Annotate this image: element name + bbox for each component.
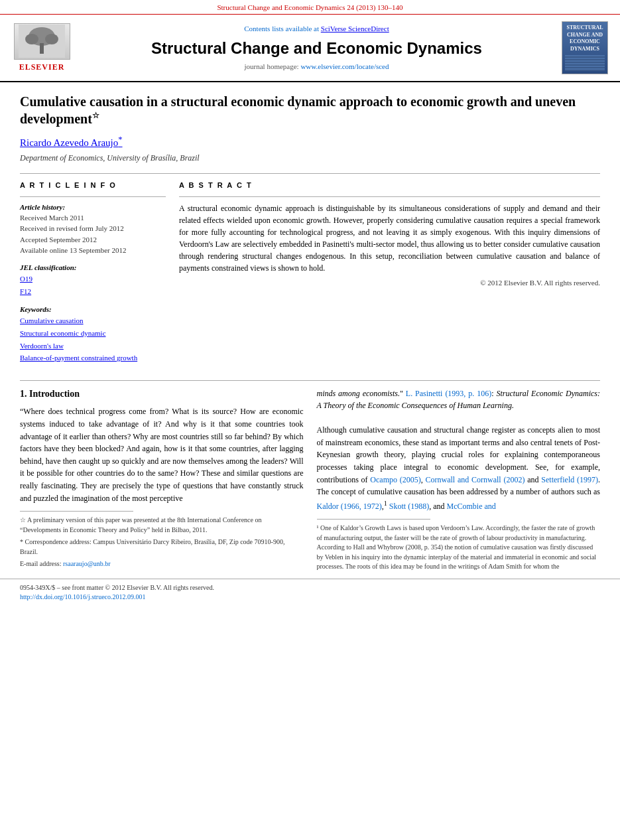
bottom-doi: http://dx.doi.org/10.1016/j.strueco.2012… — [20, 593, 600, 602]
keywords-title: Keywords: — [20, 305, 166, 315]
title-star: ☆ — [92, 111, 99, 121]
history-group: Article history: Received March 2011 Rec… — [20, 202, 166, 256]
footnote-star: ☆ A preliminary version of this paper wa… — [20, 516, 304, 535]
body-left-col: 1. Introduction “Where does technical pr… — [20, 387, 304, 572]
jel-f12[interactable]: F12 — [20, 287, 31, 295]
thumb-title: STRUCTURALCHANGE ANDECONOMICDYNAMICS — [566, 25, 603, 52]
jel-title: JEL classification: — [20, 263, 166, 273]
info-abstract-row: A R T I C L E I N F O Article history: R… — [20, 180, 600, 371]
author-affiliation: Department of Economics, University of B… — [20, 153, 600, 164]
info-divider — [20, 196, 166, 197]
section-number: 1. — [20, 389, 27, 399]
abstract-text: A structural economic dynamic approach i… — [179, 202, 600, 274]
main-body: 1. Introduction “Where does technical pr… — [20, 387, 600, 572]
intro-heading: 1. Introduction — [20, 387, 304, 401]
abstract-col: A B S T R A C T A structural economic dy… — [179, 180, 600, 371]
keywords-list: Cumulative causation Structural economic… — [20, 315, 166, 364]
footnote-email: E-mail address: rsaaraujo@unb.br — [20, 559, 304, 569]
header-center: Contents lists available at SciVerse Sci… — [78, 24, 555, 72]
keywords-group: Keywords: Cumulative causation Structura… — [20, 305, 166, 364]
journal-title: Structural Change and Economic Dynamics — [78, 37, 555, 60]
journal-thumbnail: STRUCTURALCHANGE ANDECONOMICDYNAMICS — [562, 21, 608, 74]
available-date: Available online 13 September 2012 — [20, 245, 166, 256]
right-para1: Although cumulative causation and struct… — [317, 424, 601, 512]
body-divider — [20, 380, 600, 381]
kw-2[interactable]: Structural economic dynamic — [20, 329, 106, 337]
abstract-copyright: © 2012 Elsevier B.V. All rights reserved… — [179, 278, 600, 288]
sciverse-link[interactable]: SciVerse ScienceDirect — [321, 25, 389, 33]
author-name: Ricardo Azevedo Araujo* — [20, 134, 600, 150]
kw-3[interactable]: Verdoorn's law — [20, 342, 64, 350]
skott-ref[interactable]: Skott (1988) — [389, 502, 429, 511]
footnotes-area: ☆ A preliminary version of this paper wa… — [20, 516, 304, 569]
bottom-issn: 0954-349X/$ – see front matter © 2012 El… — [20, 583, 600, 593]
pasinetti-ref[interactable]: L. Pasinetti (1993, p. 106) — [406, 389, 491, 398]
ocampo-ref[interactable]: Ocampo (2005) — [370, 475, 420, 484]
elsevier-logo-block: ELSEVIER — [12, 23, 72, 73]
author-star: * — [118, 135, 122, 144]
kw-1[interactable]: Cumulative causation — [20, 316, 84, 324]
author-text: Ricardo Azevedo Araujo — [20, 137, 118, 148]
article-title: Cumulative causation in a structural eco… — [20, 93, 600, 127]
bottom-bar: 0954-349X/$ – see front matter © 2012 El… — [0, 579, 620, 606]
footnote-divider — [20, 511, 133, 512]
right-footnote-area: ¹ One of Kaldor’s Growth Laws is based u… — [317, 524, 601, 572]
cornwall-ref[interactable]: Cornwall and Cornwall (2002) — [426, 475, 525, 484]
fn1-text: ¹ One of Kaldor’s Growth Laws is based u… — [317, 524, 601, 572]
svg-point-3 — [25, 34, 38, 44]
title-text: Cumulative causation in a structural eco… — [20, 94, 576, 126]
author-link[interactable]: Ricardo Azevedo Araujo* — [20, 137, 123, 148]
citation-text: Structural Change and Economic Dynamics … — [217, 3, 403, 11]
intro-quote: “Where does technical progress come from… — [20, 405, 304, 504]
header-divider — [20, 173, 600, 174]
svg-rect-2 — [40, 43, 44, 54]
section-title-text: Introduction — [29, 389, 80, 399]
content-area: Cumulative causation in a structural eco… — [0, 82, 620, 572]
kw-4[interactable]: Balance-of-payment constrained growth — [20, 354, 137, 362]
elsevier-tree-logo — [14, 23, 70, 60]
elsevier-label: ELSEVIER — [19, 62, 65, 73]
right-footnote-divider — [317, 519, 430, 520]
email-label: E-mail address: — [20, 560, 61, 567]
email-link[interactable]: rsaaraujo@unb.br — [63, 560, 111, 567]
svg-point-4 — [45, 34, 58, 44]
article-info-col: A R T I C L E I N F O Article history: R… — [20, 180, 166, 371]
abstract-label: A B S T R A C T — [179, 180, 600, 190]
sciverse-text: Contents lists available at SciVerse Sci… — [78, 24, 555, 34]
journal-homepage: journal homepage: www.elsevier.com/locat… — [78, 62, 555, 72]
received-date: Received March 2011 — [20, 212, 166, 224]
jel-o19[interactable]: O19 — [20, 275, 32, 283]
setterfield-ref[interactable]: Setterfield (1997) — [541, 475, 598, 484]
kaldor-ref[interactable]: Kaldor (1966, 1972) — [317, 502, 382, 511]
abstract-divider — [179, 196, 600, 197]
citation-bar: Structural Change and Economic Dynamics … — [0, 0, 620, 15]
jel-group: JEL classification: O19 F12 — [20, 263, 166, 298]
mccombie-ref[interactable]: McCombie and — [447, 502, 496, 511]
doi-link[interactable]: http://dx.doi.org/10.1016/j.strueco.2012… — [20, 593, 146, 600]
revised-date: Received in revised form July 2012 — [20, 223, 166, 234]
body-right-col: minds among economists." L. Pasinetti (1… — [317, 387, 601, 572]
accepted-date: Accepted September 2012 — [20, 234, 166, 245]
and-text: and — [527, 475, 538, 484]
journal-header: ELSEVIER Contents lists available at Sci… — [0, 15, 620, 82]
homepage-url[interactable]: www.elsevier.com/locate/sced — [300, 62, 389, 70]
jel-codes: O19 F12 — [20, 273, 166, 297]
homepage-label: journal homepage: — [245, 62, 299, 70]
article-info-label: A R T I C L E I N F O — [20, 180, 166, 190]
footnote-corr: * Correspondence address: Campus Univers… — [20, 537, 304, 557]
right-quote-end: minds among economists." L. Pasinetti (1… — [317, 387, 601, 412]
history-title: Article history: — [20, 202, 166, 212]
